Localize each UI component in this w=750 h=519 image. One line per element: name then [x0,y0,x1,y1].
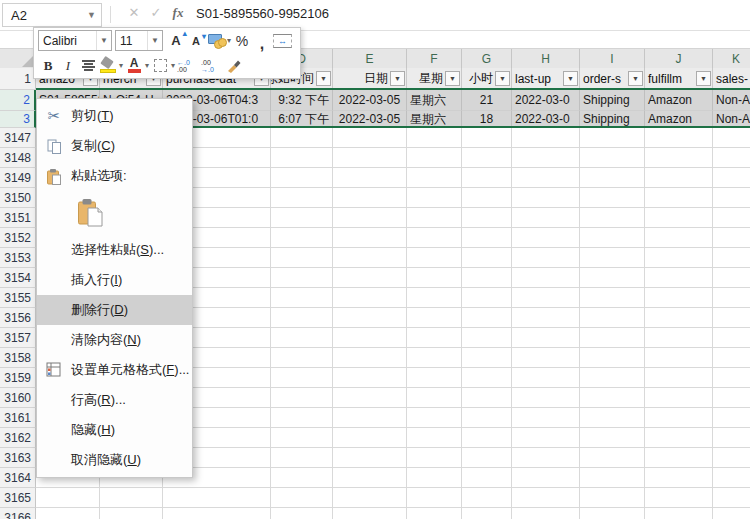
cell-G3156[interactable] [462,308,512,328]
fill-color-button[interactable] [99,55,117,76]
cell-I3157[interactable] [580,328,645,348]
column-header-I[interactable]: I [580,49,645,69]
name-box-dropdown-icon[interactable]: ▼ [87,10,101,20]
cell-E3162[interactable] [333,428,407,448]
cell-E3160[interactable] [333,388,407,408]
cell-H3158[interactable] [512,348,580,368]
cell-J3155[interactable] [645,288,713,308]
cell-F3160[interactable] [407,388,462,408]
chevron-down-icon[interactable]: ▾ [145,61,149,70]
cell-F3149[interactable] [407,168,462,188]
cell-J3158[interactable] [645,348,713,368]
cell-I3166[interactable] [580,508,645,519]
column-header-G[interactable]: G [462,49,512,69]
cell-D3150[interactable] [271,188,333,208]
row-header-3149[interactable]: 3149 [0,168,36,188]
cell-H3152[interactable] [512,228,580,248]
cell-H3150[interactable] [512,188,580,208]
cell-J3152[interactable] [645,228,713,248]
cell-K3156[interactable] [713,308,750,328]
cell-J3154[interactable] [645,268,713,288]
cell-J3156[interactable] [645,308,713,328]
font-name-select[interactable]: Calibri ▼ [38,30,112,51]
row-header-3153[interactable]: 3153 [0,248,36,268]
cell-I3162[interactable] [580,428,645,448]
grow-font-button[interactable]: A [167,30,185,51]
row-header-3152[interactable]: 3152 [0,228,36,248]
cell-G3158[interactable] [462,348,512,368]
cell-E3148[interactable] [333,148,407,168]
decrease-decimal-button[interactable]: .00 →.0 [201,55,223,76]
filter-dropdown-icon[interactable]: ▼ [563,71,578,86]
cell-I3155[interactable] [580,288,645,308]
menu-item-delete-rows[interactable]: 删除行(D) [37,295,192,325]
cell-G3154[interactable] [462,268,512,288]
cell-G3152[interactable] [462,228,512,248]
cell-G3161[interactable] [462,408,512,428]
menu-item-cut[interactable]: ✂剪切(T) [37,101,192,131]
cell-J3164[interactable] [645,468,713,488]
cell-C3165[interactable] [163,488,271,508]
cell-F3156[interactable] [407,308,462,328]
cell-F2[interactable]: 星期六 [407,90,462,111]
cell-J3159[interactable] [645,368,713,388]
cell-H3160[interactable] [512,388,580,408]
cell-F3161[interactable] [407,408,462,428]
cell-I3152[interactable] [580,228,645,248]
cell-C3166[interactable] [163,508,271,519]
select-all-corner[interactable] [0,49,36,69]
cell-K3151[interactable] [713,208,750,228]
column-header-H[interactable]: H [512,49,580,69]
bold-button[interactable]: B [39,55,57,76]
font-size-select[interactable]: 11 ▼ [115,30,163,51]
cell-K3166[interactable] [713,508,750,519]
cell-E3153[interactable] [333,248,407,268]
row-header-3155[interactable]: 3155 [0,288,36,308]
cell-E3161[interactable] [333,408,407,428]
cell-F3155[interactable] [407,288,462,308]
cell-G3157[interactable] [462,328,512,348]
cell-H3156[interactable] [512,308,580,328]
cell-J3148[interactable] [645,148,713,168]
insert-function-icon[interactable]: fx [168,5,188,21]
cell-F3157[interactable] [407,328,462,348]
shrink-font-button[interactable]: A [187,30,205,51]
row-header-3160[interactable]: 3160 [0,388,36,408]
cell-J3149[interactable] [645,168,713,188]
menu-item-row-height[interactable]: 行高(R)... [37,385,192,415]
cell-A3165[interactable] [36,488,100,508]
enter-icon[interactable]: ✓ [146,5,166,20]
cell-G3149[interactable] [462,168,512,188]
column-header-J[interactable]: J [645,49,713,69]
cell-K3164[interactable] [713,468,750,488]
filter-dropdown-icon[interactable]: ▼ [390,71,405,86]
cell-I3147[interactable] [580,128,645,148]
cell-H3164[interactable] [512,468,580,488]
merge-center-button[interactable]: ↔ [273,30,292,51]
row-header-3154[interactable]: 3154 [0,268,36,288]
cell-I3164[interactable] [580,468,645,488]
cell-D3152[interactable] [271,228,333,248]
cell-F3147[interactable] [407,128,462,148]
cell-I3148[interactable] [580,148,645,168]
cell-E3159[interactable] [333,368,407,388]
cell-D3149[interactable] [271,168,333,188]
cell-H3148[interactable] [512,148,580,168]
row-header-3159[interactable]: 3159 [0,368,36,388]
cell-D3156[interactable] [271,308,333,328]
column-header-E[interactable]: E [333,49,407,69]
cell-D3154[interactable] [271,268,333,288]
cell-J3162[interactable] [645,428,713,448]
cell-D3147[interactable] [271,128,333,148]
italic-button[interactable]: I [59,55,77,76]
cell-F3165[interactable] [407,488,462,508]
cell-I3160[interactable] [580,388,645,408]
format-painter-button[interactable] [225,55,243,76]
cell-K3160[interactable] [713,388,750,408]
row-header-3148[interactable]: 3148 [0,148,36,168]
filter-dropdown-icon[interactable]: ▼ [628,71,643,86]
row-header-3156[interactable]: 3156 [0,308,36,328]
cell-K3155[interactable] [713,288,750,308]
cell-G3160[interactable] [462,388,512,408]
comma-style-button[interactable]: , [253,30,271,51]
